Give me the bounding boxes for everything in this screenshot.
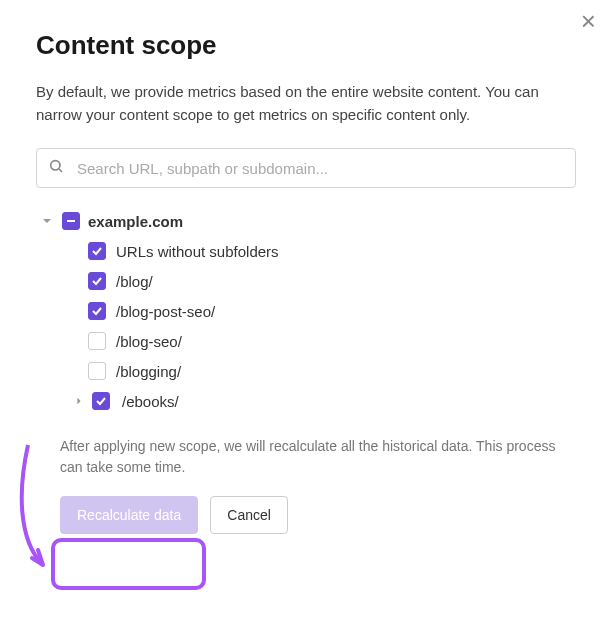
chevron-right-icon[interactable] <box>72 394 86 408</box>
checkbox-checked[interactable] <box>88 242 106 260</box>
tree-item-label: /ebooks/ <box>122 393 179 410</box>
checkbox-checked[interactable] <box>88 302 106 320</box>
dialog-description: By default, we provide metrics based on … <box>36 81 576 126</box>
tree-item[interactable]: /blogging/ <box>36 356 576 386</box>
annotation-highlight <box>51 538 206 590</box>
tree-root-label: example.com <box>88 213 183 230</box>
button-row: Recalculate data Cancel <box>36 496 576 534</box>
tree-item[interactable]: URLs without subfolders <box>36 236 576 266</box>
tree-item-label: URLs without subfolders <box>116 243 279 260</box>
checkbox-unchecked[interactable] <box>88 332 106 350</box>
recalculate-button[interactable]: Recalculate data <box>60 496 198 534</box>
cancel-button[interactable]: Cancel <box>210 496 288 534</box>
svg-rect-2 <box>67 220 75 222</box>
search-wrapper <box>36 148 576 188</box>
tree-item[interactable]: /blog-post-seo/ <box>36 296 576 326</box>
chevron-down-icon[interactable] <box>40 214 54 228</box>
close-button[interactable]: × <box>581 8 596 34</box>
checkbox-checked[interactable] <box>88 272 106 290</box>
tree-item[interactable]: /ebooks/ <box>36 386 576 416</box>
tree-item-label: /blog-seo/ <box>116 333 182 350</box>
tree-root-row[interactable]: example.com <box>36 206 576 236</box>
dialog-title: Content scope <box>36 30 576 61</box>
tree-item-label: /blog-post-seo/ <box>116 303 215 320</box>
search-input[interactable] <box>36 148 576 188</box>
checkbox-checked[interactable] <box>92 392 110 410</box>
tree-item[interactable]: /blog/ <box>36 266 576 296</box>
recalculate-note: After applying new scope, we will recalc… <box>36 436 576 478</box>
tree-item-label: /blogging/ <box>116 363 181 380</box>
checkbox-unchecked[interactable] <box>88 362 106 380</box>
checkbox-partial[interactable] <box>62 212 80 230</box>
tree-item[interactable]: /blog-seo/ <box>36 326 576 356</box>
tree: example.com URLs without subfolders /blo… <box>36 206 576 416</box>
tree-item-label: /blog/ <box>116 273 153 290</box>
